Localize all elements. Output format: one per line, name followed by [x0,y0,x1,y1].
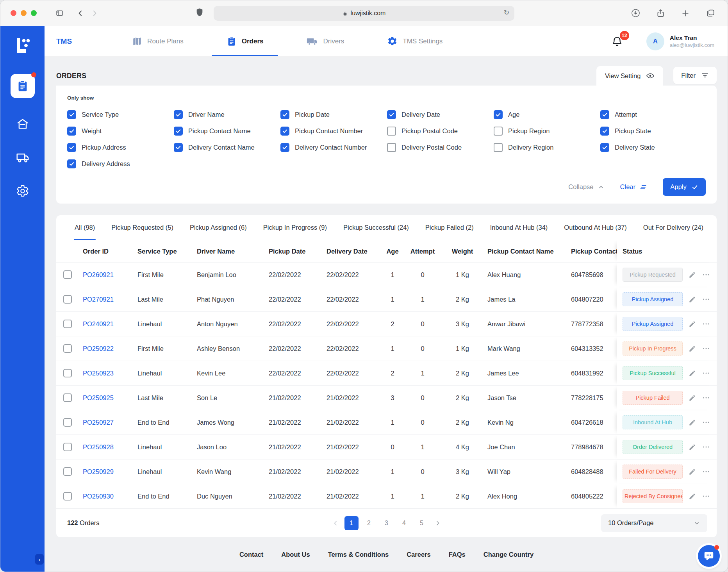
checkbox-checked-icon[interactable] [600,127,609,136]
forward-button[interactable] [87,7,102,20]
nav-item-tms-settings[interactable]: TMS Settings [385,26,445,56]
filter-option-age[interactable]: Age [494,106,600,123]
filter-option-pickup-postal-code[interactable]: Pickup Postal Code [387,123,494,139]
apply-button[interactable]: Apply [663,178,706,196]
privacy-shield-icon[interactable] [195,7,204,19]
previous-page-button[interactable] [330,516,341,530]
more-actions-icon[interactable] [702,443,710,451]
sidebar-item-orders[interactable] [11,74,35,98]
more-actions-icon[interactable] [702,418,710,427]
checkbox-checked-icon[interactable] [67,143,76,152]
checkbox-checked-icon[interactable] [67,127,76,136]
new-tab-button[interactable] [678,7,692,20]
filter-option-weight[interactable]: Weight [67,123,174,139]
checkbox-unchecked-icon[interactable] [494,143,503,152]
tab-pickup-failed-2[interactable]: Pickup Failed (2) [417,215,482,240]
order-id-link[interactable]: PO260921 [83,271,114,279]
filter-option-pickup-date[interactable]: Pickup Date [280,106,387,123]
row-checkbox[interactable] [63,467,72,476]
tab-pickup-requested-5[interactable]: Pickup Requested (5) [103,215,182,240]
checkbox-unchecked-icon[interactable] [494,127,503,136]
filter-option-service-type[interactable]: Service Type [67,106,174,123]
nav-item-orders[interactable]: Orders [224,26,266,56]
more-actions-icon[interactable] [702,320,710,328]
checkbox-checked-icon[interactable] [67,159,76,168]
zoom-window-button[interactable] [31,10,37,16]
filter-option-delivery-date[interactable]: Delivery Date [387,106,494,123]
checkbox-unchecked-icon[interactable] [387,127,396,136]
page-button-3[interactable]: 3 [380,516,394,530]
minimize-window-button[interactable] [21,10,27,16]
checkbox-checked-icon[interactable] [280,143,289,152]
nav-item-route-plans[interactable]: Route Plans [130,26,186,56]
clear-button[interactable]: Clear [620,183,647,191]
order-id-link[interactable]: PO250930 [83,493,114,500]
row-checkbox[interactable] [63,320,72,328]
footer-link-change-country[interactable]: Change Country [484,551,534,558]
nav-item-drivers[interactable]: Drivers [304,26,346,56]
filter-option-driver-name[interactable]: Driver Name [174,106,280,123]
sidebar-item-home[interactable] [15,116,30,132]
sidebar-item-settings[interactable] [15,183,30,199]
checkbox-checked-icon[interactable] [600,110,609,119]
checkbox-checked-icon[interactable] [67,110,76,119]
tab-out-for-delivery-24[interactable]: Out For Delivery (24) [635,215,712,240]
per-page-select[interactable]: 10 Orders/Page [601,514,707,532]
order-id-link[interactable]: PO270921 [83,296,114,303]
row-checkbox[interactable] [63,492,72,500]
back-button[interactable] [73,7,87,20]
row-checkbox[interactable] [63,443,72,451]
filter-option-pickup-contact-name[interactable]: Pickup Contact Name [174,123,280,139]
more-actions-icon[interactable] [702,295,710,304]
tab-pickup-in-progress-9[interactable]: Pickup In Progress (9) [255,215,335,240]
row-checkbox[interactable] [63,418,72,427]
next-page-button[interactable] [432,516,443,530]
order-id-link[interactable]: PO250929 [83,468,114,475]
url-bar[interactable]: luwjistik.com ↻ [214,6,514,21]
checkbox-checked-icon[interactable] [494,110,503,119]
more-actions-icon[interactable] [702,467,710,476]
checkbox-checked-icon[interactable] [174,127,183,136]
more-actions-icon[interactable] [702,270,710,279]
tab-outbound-at-hub-37[interactable]: Outbound At Hub (37) [556,215,635,240]
more-actions-icon[interactable] [702,344,710,353]
checkbox-checked-icon[interactable] [600,143,609,152]
page-button-4[interactable]: 4 [397,516,411,530]
close-window-button[interactable] [11,10,16,16]
order-id-link[interactable]: PO250925 [83,394,114,402]
filter-option-pickup-address[interactable]: Pickup Address [67,139,174,156]
edit-icon[interactable] [689,345,696,352]
refresh-icon[interactable]: ↻ [504,9,509,17]
page-button-2[interactable]: 2 [362,516,376,530]
edit-icon[interactable] [689,370,696,377]
sidebar-toggle-icon[interactable] [52,7,66,20]
filter-option-delivery-contact-number[interactable]: Delivery Contact Number [280,139,387,156]
more-actions-icon[interactable] [702,369,710,377]
checkbox-checked-icon[interactable] [174,143,183,152]
edit-icon[interactable] [689,468,696,475]
checkbox-checked-icon[interactable] [280,110,289,119]
sidebar-item-drivers[interactable] [15,150,30,165]
tab-all-98[interactable]: All (98) [66,215,103,240]
order-id-link[interactable]: PO240921 [83,320,114,328]
row-checkbox[interactable] [63,295,72,304]
edit-icon[interactable] [689,443,696,451]
edit-icon[interactable] [689,296,696,303]
notifications-button[interactable]: 12 [611,36,623,47]
row-checkbox[interactable] [63,393,72,402]
filter-option-delivery-state[interactable]: Delivery State [600,139,706,156]
order-id-link[interactable]: PO250928 [83,443,114,451]
filter-option-delivery-region[interactable]: Delivery Region [494,139,600,156]
collapse-button[interactable]: Collapse [568,183,604,191]
more-actions-icon[interactable] [702,492,710,500]
checkbox-checked-icon[interactable] [280,127,289,136]
checkbox-unchecked-icon[interactable] [387,143,396,152]
footer-link-about-us[interactable]: About Us [281,551,310,558]
page-button-1[interactable]: 1 [344,516,359,530]
filter-option-delivery-address[interactable]: Delivery Address [67,156,174,172]
footer-link-faqs[interactable]: FAQs [449,551,466,558]
filter-option-attempt[interactable]: Attempt [600,106,706,123]
filter-option-delivery-postal-code[interactable]: Delivery Postal Code [387,139,494,156]
page-button-5[interactable]: 5 [415,516,429,530]
filter-option-pickup-state[interactable]: Pickup State [600,123,706,139]
